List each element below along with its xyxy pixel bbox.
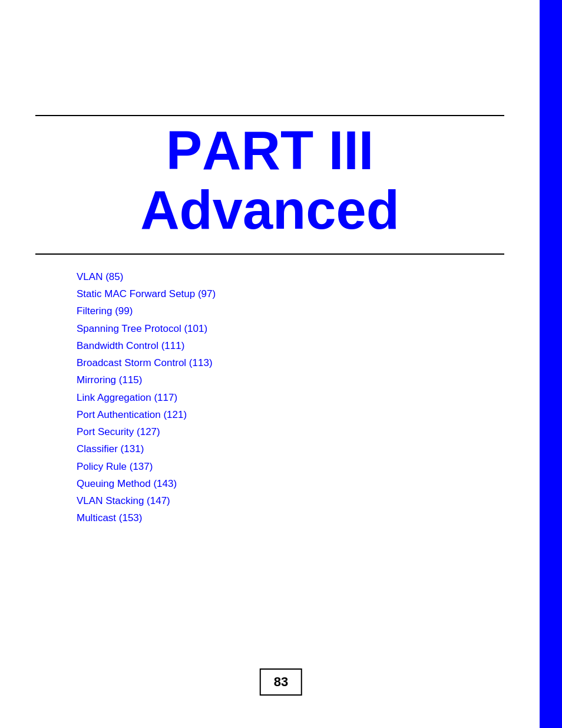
toc-item[interactable]: Bandwidth Control (111): [77, 337, 216, 354]
blue-sidebar: [540, 0, 562, 728]
toc-item[interactable]: Port Security (127): [77, 423, 216, 440]
toc-item[interactable]: Multicast (153): [77, 509, 216, 526]
toc-item[interactable]: Spanning Tree Protocol (101): [77, 320, 216, 337]
advanced-title: Advanced: [0, 180, 540, 240]
part-title: PART III: [0, 121, 540, 180]
toc-section: VLAN (85)Static MAC Forward Setup (97)Fi…: [77, 268, 216, 527]
toc-item[interactable]: Classifier (131): [77, 440, 216, 457]
toc-item[interactable]: Queuing Method (143): [77, 475, 216, 492]
bottom-rule: [35, 253, 504, 255]
toc-item[interactable]: Policy Rule (137): [77, 458, 216, 475]
top-rule: [35, 115, 504, 116]
toc-item[interactable]: Link Aggregation (117): [77, 389, 216, 406]
toc-item[interactable]: Filtering (99): [77, 302, 216, 319]
toc-item[interactable]: Static MAC Forward Setup (97): [77, 285, 216, 302]
title-section: PART III Advanced: [0, 121, 540, 240]
toc-item[interactable]: Mirroring (115): [77, 371, 216, 388]
toc-item[interactable]: Broadcast Storm Control (113): [77, 354, 216, 371]
page-number-box: 83: [260, 668, 302, 696]
toc-item[interactable]: VLAN Stacking (147): [77, 492, 216, 509]
toc-item[interactable]: Port Authentication (121): [77, 406, 216, 423]
toc-item[interactable]: VLAN (85): [77, 268, 216, 285]
